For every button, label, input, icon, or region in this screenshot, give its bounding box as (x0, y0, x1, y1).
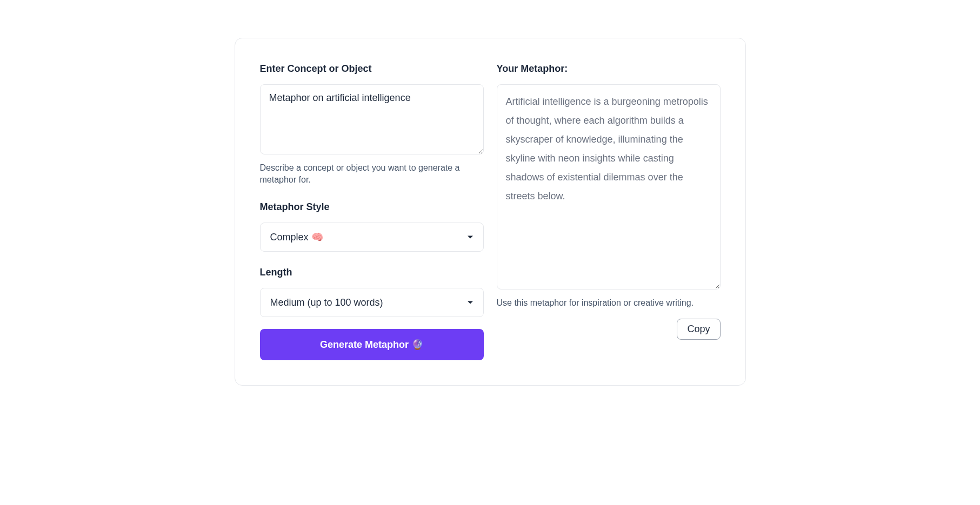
style-select-wrapper: Complex 🧠 (260, 223, 484, 252)
concept-label: Enter Concept or Object (260, 63, 484, 75)
input-column: Enter Concept or Object Describe a conce… (260, 63, 484, 360)
style-label: Metaphor Style (260, 201, 484, 213)
length-label: Length (260, 267, 484, 278)
concept-help-text: Describe a concept or object you want to… (260, 162, 484, 186)
output-help-text: Use this metaphor for inspiration or cre… (497, 297, 721, 309)
output-column: Your Metaphor: Use this metaphor for ins… (497, 63, 721, 360)
concept-input[interactable] (260, 84, 484, 154)
metaphor-generator-card: Enter Concept or Object Describe a conce… (235, 38, 746, 386)
output-label: Your Metaphor: (497, 63, 721, 75)
length-select[interactable]: Medium (up to 100 words) (260, 288, 484, 317)
copy-row: Copy (497, 319, 721, 340)
copy-button[interactable]: Copy (677, 319, 720, 340)
metaphor-output[interactable] (497, 84, 721, 289)
style-select[interactable]: Complex 🧠 (260, 223, 484, 252)
length-select-wrapper: Medium (up to 100 words) (260, 288, 484, 317)
generate-button[interactable]: Generate Metaphor 🔮 (260, 329, 484, 360)
